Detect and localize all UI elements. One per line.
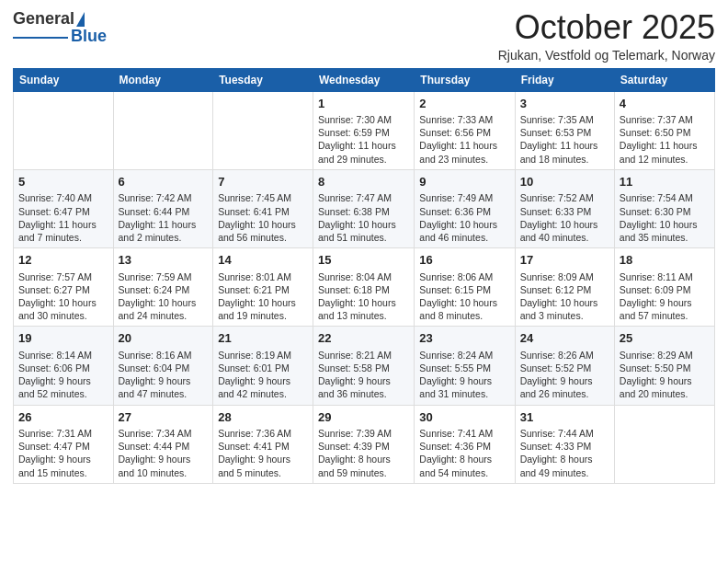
day-number: 26 [18, 409, 108, 426]
calendar-cell [113, 91, 213, 169]
day-info: Sunrise: 8:21 AM Sunset: 5:58 PM Dayligh… [318, 349, 409, 401]
day-number: 28 [218, 409, 308, 426]
day-number: 20 [119, 330, 209, 347]
header: General Blue October 2025 Rjukan, Vestfo… [13, 9, 715, 63]
day-number: 8 [318, 174, 409, 190]
day-number: 7 [218, 174, 308, 190]
day-info: Sunrise: 7:54 AM Sunset: 6:30 PM Dayligh… [620, 191, 710, 244]
day-number: 2 [419, 96, 509, 112]
day-info: Sunrise: 7:40 AM Sunset: 6:47 PM Dayligh… [18, 191, 108, 244]
title-block: October 2025 Rjukan, Vestfold og Telemar… [498, 9, 715, 63]
calendar-cell: 17Sunrise: 8:09 AM Sunset: 6:12 PM Dayli… [515, 248, 614, 327]
day-info: Sunrise: 7:57 AM Sunset: 6:27 PM Dayligh… [18, 270, 108, 323]
day-info: Sunrise: 7:30 AM Sunset: 6:59 PM Dayligh… [318, 113, 409, 166]
day-number: 18 [620, 252, 710, 269]
day-info: Sunrise: 7:34 AM Sunset: 4:44 PM Dayligh… [119, 427, 209, 479]
day-number: 4 [620, 96, 710, 112]
col-sunday: Sunday [14, 68, 114, 91]
day-info: Sunrise: 8:24 AM Sunset: 5:55 PM Dayligh… [419, 349, 509, 401]
day-info: Sunrise: 8:19 AM Sunset: 6:01 PM Dayligh… [218, 349, 308, 401]
calendar-cell: 5Sunrise: 7:40 AM Sunset: 6:47 PM Daylig… [14, 169, 114, 247]
day-info: Sunrise: 7:49 AM Sunset: 6:36 PM Dayligh… [419, 191, 509, 244]
day-number: 16 [419, 252, 509, 269]
day-info: Sunrise: 8:01 AM Sunset: 6:21 PM Dayligh… [218, 270, 308, 323]
day-number: 19 [18, 330, 108, 347]
day-number: 6 [119, 174, 209, 190]
day-number: 5 [18, 174, 108, 190]
week-row-5: 26Sunrise: 7:31 AM Sunset: 4:47 PM Dayli… [14, 405, 715, 483]
calendar-cell: 26Sunrise: 7:31 AM Sunset: 4:47 PM Dayli… [14, 405, 114, 483]
calendar-cell [614, 405, 714, 483]
day-info: Sunrise: 7:44 AM Sunset: 4:33 PM Dayligh… [520, 427, 609, 479]
day-info: Sunrise: 8:16 AM Sunset: 6:04 PM Dayligh… [119, 349, 209, 401]
calendar-cell: 7Sunrise: 7:45 AM Sunset: 6:41 PM Daylig… [213, 169, 313, 247]
day-info: Sunrise: 7:39 AM Sunset: 4:39 PM Dayligh… [318, 427, 409, 479]
day-number: 10 [520, 174, 609, 190]
day-info: Sunrise: 7:45 AM Sunset: 6:41 PM Dayligh… [218, 191, 308, 244]
calendar-cell: 16Sunrise: 8:06 AM Sunset: 6:15 PM Dayli… [415, 248, 515, 327]
week-row-2: 5Sunrise: 7:40 AM Sunset: 6:47 PM Daylig… [14, 169, 715, 247]
calendar-cell: 14Sunrise: 8:01 AM Sunset: 6:21 PM Dayli… [213, 248, 313, 327]
day-number: 27 [119, 409, 209, 426]
calendar-page: General Blue October 2025 Rjukan, Vestfo… [0, 0, 728, 563]
calendar-cell: 30Sunrise: 7:41 AM Sunset: 4:36 PM Dayli… [415, 405, 515, 483]
col-wednesday: Wednesday [313, 68, 415, 91]
day-info: Sunrise: 8:09 AM Sunset: 6:12 PM Dayligh… [520, 270, 609, 323]
week-row-1: 1Sunrise: 7:30 AM Sunset: 6:59 PM Daylig… [14, 91, 715, 169]
calendar-table: Sunday Monday Tuesday Wednesday Thursday… [13, 68, 715, 484]
week-row-4: 19Sunrise: 8:14 AM Sunset: 6:06 PM Dayli… [14, 327, 715, 405]
day-info: Sunrise: 7:47 AM Sunset: 6:38 PM Dayligh… [318, 191, 409, 244]
calendar-cell: 20Sunrise: 8:16 AM Sunset: 6:04 PM Dayli… [113, 327, 213, 405]
calendar-cell: 4Sunrise: 7:37 AM Sunset: 6:50 PM Daylig… [614, 91, 714, 169]
day-info: Sunrise: 8:29 AM Sunset: 5:50 PM Dayligh… [620, 349, 710, 401]
calendar-cell: 25Sunrise: 8:29 AM Sunset: 5:50 PM Dayli… [614, 327, 714, 405]
calendar-cell: 6Sunrise: 7:42 AM Sunset: 6:44 PM Daylig… [113, 169, 213, 247]
day-info: Sunrise: 7:35 AM Sunset: 6:53 PM Dayligh… [520, 113, 609, 166]
day-info: Sunrise: 8:11 AM Sunset: 6:09 PM Dayligh… [620, 270, 710, 323]
calendar-cell: 23Sunrise: 8:24 AM Sunset: 5:55 PM Dayli… [415, 327, 515, 405]
calendar-cell: 24Sunrise: 8:26 AM Sunset: 5:52 PM Dayli… [515, 327, 614, 405]
col-tuesday: Tuesday [213, 68, 313, 91]
day-number: 25 [620, 330, 710, 347]
day-number: 17 [520, 252, 609, 269]
calendar-cell [14, 91, 114, 169]
day-number: 21 [218, 330, 308, 347]
day-info: Sunrise: 8:26 AM Sunset: 5:52 PM Dayligh… [520, 349, 609, 401]
day-number: 14 [218, 252, 308, 269]
day-number: 13 [119, 252, 209, 269]
calendar-cell: 1Sunrise: 7:30 AM Sunset: 6:59 PM Daylig… [313, 91, 415, 169]
calendar-cell: 19Sunrise: 8:14 AM Sunset: 6:06 PM Dayli… [14, 327, 114, 405]
day-info: Sunrise: 7:52 AM Sunset: 6:33 PM Dayligh… [520, 191, 609, 244]
day-info: Sunrise: 7:42 AM Sunset: 6:44 PM Dayligh… [119, 191, 209, 244]
logo-line [13, 37, 68, 39]
col-monday: Monday [113, 68, 213, 91]
day-number: 11 [620, 174, 710, 190]
logo-triangle-icon [76, 12, 85, 27]
day-number: 12 [18, 252, 108, 269]
day-number: 29 [318, 409, 409, 426]
calendar-cell: 27Sunrise: 7:34 AM Sunset: 4:44 PM Dayli… [113, 405, 213, 483]
calendar-cell: 3Sunrise: 7:35 AM Sunset: 6:53 PM Daylig… [515, 91, 614, 169]
calendar-cell: 11Sunrise: 7:54 AM Sunset: 6:30 PM Dayli… [614, 169, 714, 247]
calendar-cell: 28Sunrise: 7:36 AM Sunset: 4:41 PM Dayli… [213, 405, 313, 483]
day-number: 9 [419, 174, 509, 190]
day-number: 3 [520, 96, 609, 112]
week-row-3: 12Sunrise: 7:57 AM Sunset: 6:27 PM Dayli… [14, 248, 715, 327]
calendar-cell [213, 91, 313, 169]
logo-general-text: General [13, 9, 74, 29]
day-info: Sunrise: 7:33 AM Sunset: 6:56 PM Dayligh… [419, 113, 509, 166]
calendar-cell: 29Sunrise: 7:39 AM Sunset: 4:39 PM Dayli… [313, 405, 415, 483]
calendar-cell: 22Sunrise: 8:21 AM Sunset: 5:58 PM Dayli… [313, 327, 415, 405]
calendar-cell: 10Sunrise: 7:52 AM Sunset: 6:33 PM Dayli… [515, 169, 614, 247]
day-info: Sunrise: 7:59 AM Sunset: 6:24 PM Dayligh… [119, 270, 209, 323]
day-info: Sunrise: 7:37 AM Sunset: 6:50 PM Dayligh… [620, 113, 710, 166]
logo-blue-text: Blue [71, 27, 107, 46]
day-number: 1 [318, 96, 409, 112]
header-row: Sunday Monday Tuesday Wednesday Thursday… [14, 68, 715, 91]
day-info: Sunrise: 8:04 AM Sunset: 6:18 PM Dayligh… [318, 270, 409, 323]
logo: General Blue [13, 9, 107, 46]
day-number: 31 [520, 409, 609, 426]
calendar-cell: 21Sunrise: 8:19 AM Sunset: 6:01 PM Dayli… [213, 327, 313, 405]
month-title: October 2025 [498, 9, 715, 46]
day-info: Sunrise: 8:06 AM Sunset: 6:15 PM Dayligh… [419, 270, 509, 323]
